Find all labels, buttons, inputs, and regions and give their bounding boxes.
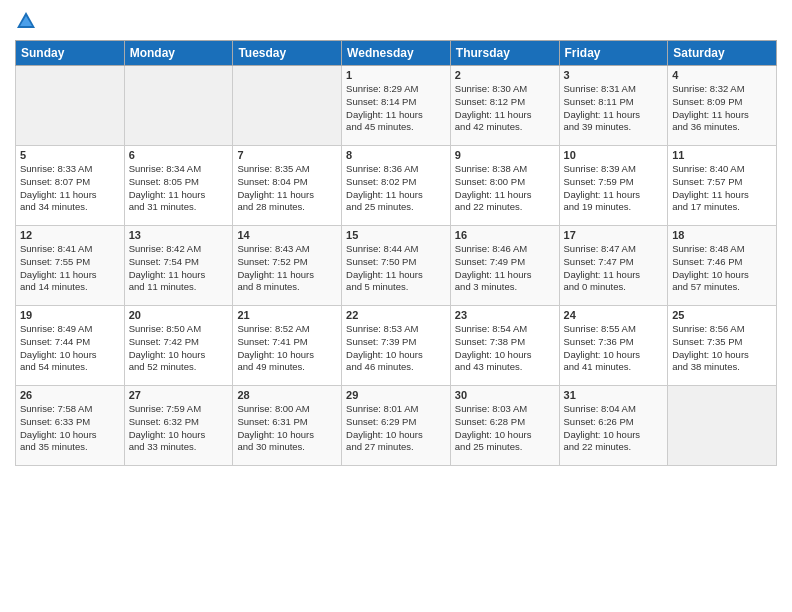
day-number: 31 — [564, 389, 664, 401]
day-info: Sunrise: 8:35 AM Sunset: 8:04 PM Dayligh… — [237, 163, 337, 214]
calendar-header-monday: Monday — [124, 41, 233, 66]
day-info: Sunrise: 8:47 AM Sunset: 7:47 PM Dayligh… — [564, 243, 664, 294]
calendar-header-row: SundayMondayTuesdayWednesdayThursdayFrid… — [16, 41, 777, 66]
day-number: 25 — [672, 309, 772, 321]
day-info: Sunrise: 8:30 AM Sunset: 8:12 PM Dayligh… — [455, 83, 555, 134]
calendar-header-thursday: Thursday — [450, 41, 559, 66]
calendar-cell: 30Sunrise: 8:03 AM Sunset: 6:28 PM Dayli… — [450, 386, 559, 466]
day-info: Sunrise: 7:58 AM Sunset: 6:33 PM Dayligh… — [20, 403, 120, 454]
calendar-cell: 20Sunrise: 8:50 AM Sunset: 7:42 PM Dayli… — [124, 306, 233, 386]
day-info: Sunrise: 8:54 AM Sunset: 7:38 PM Dayligh… — [455, 323, 555, 374]
calendar-header-friday: Friday — [559, 41, 668, 66]
day-number: 28 — [237, 389, 337, 401]
calendar-week-row: 19Sunrise: 8:49 AM Sunset: 7:44 PM Dayli… — [16, 306, 777, 386]
day-number: 20 — [129, 309, 229, 321]
day-number: 6 — [129, 149, 229, 161]
day-info: Sunrise: 8:33 AM Sunset: 8:07 PM Dayligh… — [20, 163, 120, 214]
page: SundayMondayTuesdayWednesdayThursdayFrid… — [0, 0, 792, 612]
calendar-cell: 9Sunrise: 8:38 AM Sunset: 8:00 PM Daylig… — [450, 146, 559, 226]
calendar-cell: 13Sunrise: 8:42 AM Sunset: 7:54 PM Dayli… — [124, 226, 233, 306]
day-info: Sunrise: 8:43 AM Sunset: 7:52 PM Dayligh… — [237, 243, 337, 294]
header — [15, 10, 777, 32]
calendar-cell: 12Sunrise: 8:41 AM Sunset: 7:55 PM Dayli… — [16, 226, 125, 306]
calendar-cell: 28Sunrise: 8:00 AM Sunset: 6:31 PM Dayli… — [233, 386, 342, 466]
day-number: 5 — [20, 149, 120, 161]
calendar-cell: 15Sunrise: 8:44 AM Sunset: 7:50 PM Dayli… — [342, 226, 451, 306]
calendar-cell — [668, 386, 777, 466]
calendar-cell: 18Sunrise: 8:48 AM Sunset: 7:46 PM Dayli… — [668, 226, 777, 306]
day-number: 1 — [346, 69, 446, 81]
day-info: Sunrise: 8:55 AM Sunset: 7:36 PM Dayligh… — [564, 323, 664, 374]
day-number: 29 — [346, 389, 446, 401]
calendar-cell: 21Sunrise: 8:52 AM Sunset: 7:41 PM Dayli… — [233, 306, 342, 386]
day-info: Sunrise: 8:53 AM Sunset: 7:39 PM Dayligh… — [346, 323, 446, 374]
day-info: Sunrise: 8:52 AM Sunset: 7:41 PM Dayligh… — [237, 323, 337, 374]
calendar-cell: 3Sunrise: 8:31 AM Sunset: 8:11 PM Daylig… — [559, 66, 668, 146]
day-info: Sunrise: 8:29 AM Sunset: 8:14 PM Dayligh… — [346, 83, 446, 134]
day-number: 4 — [672, 69, 772, 81]
logo — [15, 10, 39, 32]
day-info: Sunrise: 8:04 AM Sunset: 6:26 PM Dayligh… — [564, 403, 664, 454]
calendar-week-row: 26Sunrise: 7:58 AM Sunset: 6:33 PM Dayli… — [16, 386, 777, 466]
day-info: Sunrise: 8:01 AM Sunset: 6:29 PM Dayligh… — [346, 403, 446, 454]
day-info: Sunrise: 8:32 AM Sunset: 8:09 PM Dayligh… — [672, 83, 772, 134]
calendar-cell: 8Sunrise: 8:36 AM Sunset: 8:02 PM Daylig… — [342, 146, 451, 226]
calendar-cell: 24Sunrise: 8:55 AM Sunset: 7:36 PM Dayli… — [559, 306, 668, 386]
calendar-cell: 14Sunrise: 8:43 AM Sunset: 7:52 PM Dayli… — [233, 226, 342, 306]
day-number: 21 — [237, 309, 337, 321]
day-number: 14 — [237, 229, 337, 241]
calendar-cell: 26Sunrise: 7:58 AM Sunset: 6:33 PM Dayli… — [16, 386, 125, 466]
calendar-cell: 6Sunrise: 8:34 AM Sunset: 8:05 PM Daylig… — [124, 146, 233, 226]
logo-icon — [15, 10, 37, 32]
calendar-cell: 1Sunrise: 8:29 AM Sunset: 8:14 PM Daylig… — [342, 66, 451, 146]
day-number: 7 — [237, 149, 337, 161]
calendar-cell: 11Sunrise: 8:40 AM Sunset: 7:57 PM Dayli… — [668, 146, 777, 226]
day-number: 13 — [129, 229, 229, 241]
day-info: Sunrise: 8:50 AM Sunset: 7:42 PM Dayligh… — [129, 323, 229, 374]
day-number: 3 — [564, 69, 664, 81]
day-number: 19 — [20, 309, 120, 321]
day-info: Sunrise: 8:49 AM Sunset: 7:44 PM Dayligh… — [20, 323, 120, 374]
day-info: Sunrise: 8:39 AM Sunset: 7:59 PM Dayligh… — [564, 163, 664, 214]
day-info: Sunrise: 8:41 AM Sunset: 7:55 PM Dayligh… — [20, 243, 120, 294]
calendar-cell: 7Sunrise: 8:35 AM Sunset: 8:04 PM Daylig… — [233, 146, 342, 226]
day-number: 26 — [20, 389, 120, 401]
calendar-cell: 25Sunrise: 8:56 AM Sunset: 7:35 PM Dayli… — [668, 306, 777, 386]
day-number: 30 — [455, 389, 555, 401]
calendar-cell: 17Sunrise: 8:47 AM Sunset: 7:47 PM Dayli… — [559, 226, 668, 306]
day-info: Sunrise: 8:03 AM Sunset: 6:28 PM Dayligh… — [455, 403, 555, 454]
calendar: SundayMondayTuesdayWednesdayThursdayFrid… — [15, 40, 777, 466]
calendar-cell: 27Sunrise: 7:59 AM Sunset: 6:32 PM Dayli… — [124, 386, 233, 466]
calendar-header-saturday: Saturday — [668, 41, 777, 66]
day-number: 23 — [455, 309, 555, 321]
calendar-header-tuesday: Tuesday — [233, 41, 342, 66]
day-number: 15 — [346, 229, 446, 241]
calendar-header-wednesday: Wednesday — [342, 41, 451, 66]
day-number: 18 — [672, 229, 772, 241]
day-info: Sunrise: 7:59 AM Sunset: 6:32 PM Dayligh… — [129, 403, 229, 454]
day-number: 11 — [672, 149, 772, 161]
calendar-cell: 2Sunrise: 8:30 AM Sunset: 8:12 PM Daylig… — [450, 66, 559, 146]
day-info: Sunrise: 8:38 AM Sunset: 8:00 PM Dayligh… — [455, 163, 555, 214]
calendar-cell: 29Sunrise: 8:01 AM Sunset: 6:29 PM Dayli… — [342, 386, 451, 466]
day-number: 12 — [20, 229, 120, 241]
calendar-cell: 16Sunrise: 8:46 AM Sunset: 7:49 PM Dayli… — [450, 226, 559, 306]
day-number: 17 — [564, 229, 664, 241]
calendar-cell: 4Sunrise: 8:32 AM Sunset: 8:09 PM Daylig… — [668, 66, 777, 146]
day-info: Sunrise: 8:34 AM Sunset: 8:05 PM Dayligh… — [129, 163, 229, 214]
day-number: 10 — [564, 149, 664, 161]
day-number: 27 — [129, 389, 229, 401]
day-info: Sunrise: 8:31 AM Sunset: 8:11 PM Dayligh… — [564, 83, 664, 134]
day-info: Sunrise: 8:56 AM Sunset: 7:35 PM Dayligh… — [672, 323, 772, 374]
day-info: Sunrise: 8:36 AM Sunset: 8:02 PM Dayligh… — [346, 163, 446, 214]
calendar-cell: 19Sunrise: 8:49 AM Sunset: 7:44 PM Dayli… — [16, 306, 125, 386]
day-number: 9 — [455, 149, 555, 161]
day-number: 8 — [346, 149, 446, 161]
day-info: Sunrise: 8:44 AM Sunset: 7:50 PM Dayligh… — [346, 243, 446, 294]
day-info: Sunrise: 8:00 AM Sunset: 6:31 PM Dayligh… — [237, 403, 337, 454]
calendar-header-sunday: Sunday — [16, 41, 125, 66]
day-info: Sunrise: 8:46 AM Sunset: 7:49 PM Dayligh… — [455, 243, 555, 294]
calendar-cell: 31Sunrise: 8:04 AM Sunset: 6:26 PM Dayli… — [559, 386, 668, 466]
calendar-cell — [233, 66, 342, 146]
calendar-cell: 10Sunrise: 8:39 AM Sunset: 7:59 PM Dayli… — [559, 146, 668, 226]
